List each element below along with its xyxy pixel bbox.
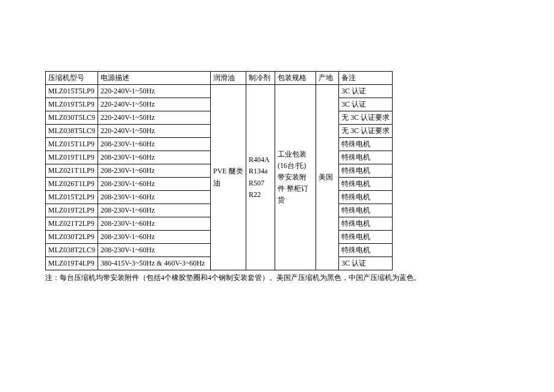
cell-power: 208-230V-1~60Hz: [98, 204, 211, 217]
cell-model: MLZ026T1LP9: [46, 178, 98, 191]
cell-origin-merged: 美国: [316, 85, 339, 270]
table-header-row: 压缩机型号 电源描述 润滑油 制冷剂 包装规格 产地 备注: [46, 72, 393, 85]
table-body: MLZ015T5LP9 220-240V-1~50Hz PVE 醚类油 R404…: [46, 85, 393, 270]
cell-power: 208-230V-1~60Hz: [98, 244, 211, 257]
header-refrigerant: 制冷剂: [246, 72, 275, 85]
cell-notes: 无 3C 认证要求: [339, 125, 393, 138]
cell-notes: 特殊电机: [339, 204, 393, 217]
cell-power: 208-230V-1~60Hz: [98, 151, 211, 164]
cell-notes: 3C 认证: [339, 98, 393, 111]
cell-model: MLZ019T1LP9: [46, 151, 98, 164]
cell-power: 208-230V-1~60Hz: [98, 178, 211, 191]
header-origin: 产地: [316, 72, 339, 85]
cell-power: 208-230V-1~60Hz: [98, 191, 211, 204]
cell-model: MLZ015T5LP9: [46, 85, 98, 98]
header-lubricant: 润滑油: [211, 72, 246, 85]
cell-power: 220-240V-1~50Hz: [98, 98, 211, 111]
cell-model: MLZ021T1LP9: [46, 164, 98, 178]
cell-model: MLZ021T2LP9: [46, 217, 98, 231]
cell-model: MLZ030T2LP9: [46, 231, 98, 244]
cell-model: MLZ019T5LP9: [46, 98, 98, 111]
header-power: 电源描述: [98, 72, 211, 85]
cell-model: MLZ019T4LP9: [46, 257, 98, 270]
cell-notes: 特殊电机: [339, 217, 393, 231]
cell-power: 220-240V-1~50Hz: [98, 85, 211, 98]
cell-notes: 特殊电机: [339, 244, 393, 257]
cell-notes: 3C 认证: [339, 257, 393, 270]
cell-refrigerant-merged: R404A R134a R507 R22: [246, 85, 275, 270]
cell-power: 208-230V-1~60Hz: [98, 138, 211, 151]
cell-model: MLZ019T2LP9: [46, 204, 98, 217]
cell-notes: 特殊电机: [339, 191, 393, 204]
cell-power: 208-230V-1~60Hz: [98, 231, 211, 244]
header-model: 压缩机型号: [46, 72, 98, 85]
cell-power: 380-415V-3~50Hz & 460V-3~60Hz: [98, 257, 211, 270]
cell-notes: 3C 认证: [339, 85, 393, 98]
cell-power: 220-240V-1~50Hz: [98, 111, 211, 125]
cell-notes: 特殊电机: [339, 164, 393, 178]
header-packaging: 包装规格: [275, 72, 316, 85]
cell-notes: 特殊电机: [339, 151, 393, 164]
compressor-spec-table: 压缩机型号 电源描述 润滑油 制冷剂 包装规格 产地 备注 MLZ015T5LP…: [45, 71, 393, 270]
header-notes: 备注: [339, 72, 393, 85]
cell-power: 220-240V-1~50Hz: [98, 125, 211, 138]
cell-power: 208-230V-1~60Hz: [98, 164, 211, 178]
cell-model: MLZ038T5LC9: [46, 125, 98, 138]
table-footnote: 注：每台压缩机均带安装附件（包括4个橡胶垫圈和4个钢制安装套管）。美国产压缩机为…: [45, 273, 554, 283]
table-row: MLZ015T5LP9 220-240V-1~50Hz PVE 醚类油 R404…: [46, 85, 393, 98]
cell-model: MLZ015T1LP9: [46, 138, 98, 151]
cell-model: MLZ015T2LP9: [46, 191, 98, 204]
cell-packaging-merged: 工业包装 (16台/托) 带安装附件 整柜订货: [275, 85, 316, 270]
cell-notes: 特殊电机: [339, 138, 393, 151]
cell-notes: 无 3C 认证要求: [339, 111, 393, 125]
cell-lubricant-merged: PVE 醚类油: [211, 85, 246, 270]
cell-power: 208-230V-1~60Hz: [98, 217, 211, 231]
cell-notes: 特殊电机: [339, 231, 393, 244]
document-page: 压缩机型号 电源描述 润滑油 制冷剂 包装规格 产地 备注 MLZ015T5LP…: [0, 0, 554, 283]
cell-model: MLZ038T2LC9: [46, 244, 98, 257]
cell-model: MLZ030T5LC9: [46, 111, 98, 125]
cell-notes: 特殊电机: [339, 178, 393, 191]
